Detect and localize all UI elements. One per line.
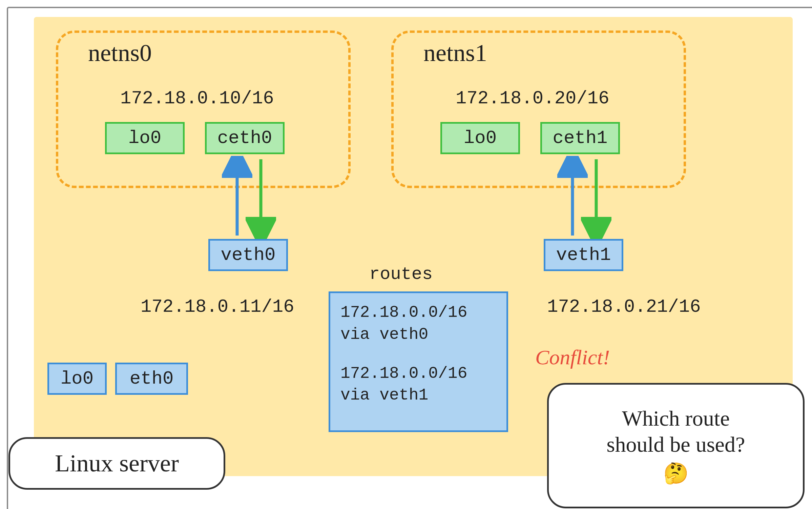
veth1-ip: 172.18.0.21/16 [547, 297, 701, 317]
linux-server-label-bubble: Linux server [8, 437, 225, 490]
question-bubble: Which route should be used? 🤔 [547, 383, 805, 508]
linux-server-label: Linux server [55, 449, 179, 478]
netns0-label: netns0 [88, 39, 152, 67]
routes-title: routes [369, 264, 433, 284]
question-line-1: Which route [622, 406, 730, 432]
netns0-lo0-interface: lo0 [105, 122, 185, 154]
route-entry-1-via: via veth0 [340, 324, 496, 346]
veth1-interface: veth1 [544, 239, 623, 271]
veth0-interface: veth0 [208, 239, 288, 271]
host-lo0-interface: lo0 [47, 363, 107, 395]
ceth0-ip: 172.18.0.10/16 [120, 88, 274, 109]
route-entry-2-cidr: 172.18.0.0/16 [340, 363, 496, 385]
netns1-lo0-interface: lo0 [440, 122, 520, 154]
routes-box: 172.18.0.0/16 via veth0 172.18.0.0/16 vi… [329, 291, 508, 432]
spacer [340, 346, 496, 363]
route-entry-2-via: via veth1 [340, 384, 496, 406]
route-entry-1-cidr: 172.18.0.0/16 [340, 302, 496, 324]
thinking-emoji-icon: 🤔 [663, 461, 689, 486]
netns1-label: netns1 [423, 39, 487, 67]
host-eth0-interface: eth0 [115, 363, 188, 395]
ceth0-interface: ceth0 [205, 122, 285, 154]
veth0-ip: 172.18.0.11/16 [141, 297, 294, 317]
conflict-annotation: Conflict! [535, 345, 610, 369]
diagram-canvas: netns0 172.18.0.10/16 lo0 ceth0 netns1 1… [7, 7, 812, 509]
question-line-2: should be used? [607, 432, 745, 458]
ceth1-interface: ceth1 [540, 122, 620, 154]
ceth1-ip: 172.18.0.20/16 [456, 88, 609, 109]
